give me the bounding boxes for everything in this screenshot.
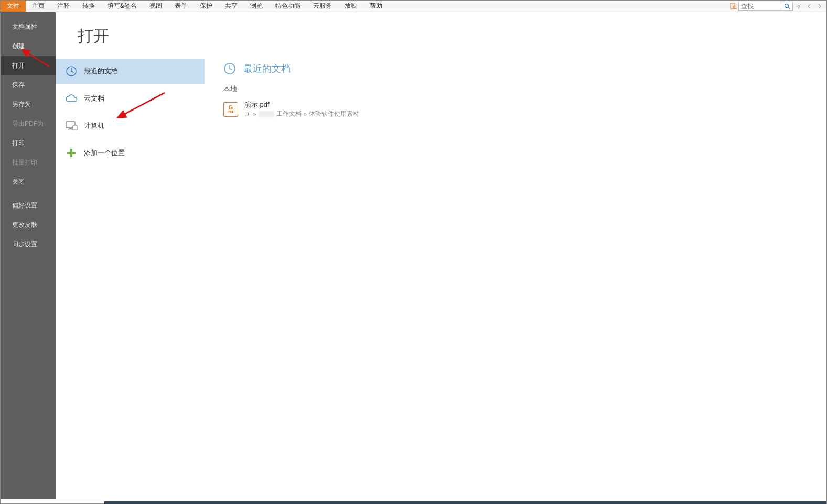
sidebar-item-doc-props[interactable]: 文档属性	[1, 17, 56, 37]
file-sidebar: 文档属性 创建 打开 保存 另存为 导出PDF为 打印 批量打印 关闭 偏好设置…	[1, 12, 56, 499]
menu-protect[interactable]: 保护	[194, 1, 219, 12]
menu-share[interactable]: 共享	[219, 1, 244, 12]
main-area: 文档属性 创建 打开 保存 另存为 导出PDF为 打印 批量打印 关闭 偏好设置…	[1, 12, 826, 499]
sidebar-item-create[interactable]: 创建	[1, 37, 56, 56]
content-header: 最近的文档	[223, 62, 826, 75]
pdf-file-icon: G PDF	[223, 102, 238, 117]
menu-play[interactable]: 放映	[338, 1, 363, 12]
source-cloud[interactable]: 云文档	[56, 86, 205, 111]
sidebar-item-preferences[interactable]: 偏好设置	[1, 196, 56, 215]
nav-prev-icon[interactable]	[804, 2, 814, 11]
sidebar-item-export-pdf[interactable]: 导出PDF为	[1, 114, 56, 134]
svg-point-3	[785, 4, 788, 7]
source-list: 最近的文档 云文档 计算机	[56, 59, 208, 168]
file-path: D: » 工作文档 » 体验软件使用素材	[244, 109, 359, 118]
menu-fill-sign[interactable]: 填写&签名	[101, 1, 143, 12]
file-name: 演示.pdf	[244, 100, 359, 109]
find-page-icon[interactable]	[729, 2, 738, 11]
svg-rect-12	[67, 152, 76, 154]
source-add-location[interactable]: 添加一个位置	[56, 140, 205, 166]
svg-rect-9	[68, 129, 73, 129]
menu-view[interactable]: 视图	[143, 1, 168, 12]
file-info: 演示.pdf D: » 工作文档 » 体验软件使用素材	[244, 100, 359, 118]
svg-rect-8	[69, 128, 72, 129]
content-title: 最近的文档	[243, 62, 291, 75]
app-window: 文件 主页 注释 转换 填写&签名 视图 表单 保护 共享 浏览 特色功能 云服…	[0, 0, 827, 504]
menu-form[interactable]: 表单	[168, 1, 194, 12]
sidebar-item-open[interactable]: 打开	[1, 56, 56, 75]
menu-annotate[interactable]: 注释	[51, 1, 76, 12]
clock-icon	[65, 65, 78, 78]
svg-line-4	[788, 7, 790, 9]
computer-icon	[65, 119, 78, 132]
sidebar-item-close[interactable]: 关闭	[1, 172, 56, 192]
cloud-icon	[65, 92, 78, 105]
redacted-segment	[259, 111, 274, 117]
source-recent[interactable]: 最近的文档	[56, 59, 205, 84]
menu-right-tools	[728, 1, 826, 12]
menu-file[interactable]: 文件	[1, 1, 26, 12]
menu-convert[interactable]: 转换	[76, 1, 101, 12]
recent-file-row[interactable]: G PDF 演示.pdf D: » 工作文档 » 体验软件使用素材	[223, 98, 826, 120]
svg-point-5	[798, 5, 800, 7]
source-label: 最近的文档	[84, 67, 118, 76]
search-input[interactable]	[739, 3, 781, 10]
settings-gear-icon[interactable]	[794, 2, 803, 11]
source-computer[interactable]: 计算机	[56, 113, 205, 138]
status-bar	[1, 499, 826, 503]
menu-bar: 文件 主页 注释 转换 填写&签名 视图 表单 保护 共享 浏览 特色功能 云服…	[1, 1, 826, 12]
nav-next-icon[interactable]	[815, 2, 824, 11]
location-label: 本地	[223, 84, 826, 94]
menu-features[interactable]: 特色功能	[269, 1, 307, 12]
menu-browse[interactable]: 浏览	[244, 1, 269, 12]
open-sources-panel: 打开 最近的文档 云文档	[56, 12, 208, 499]
source-label: 云文档	[84, 94, 104, 103]
open-content-area: 最近的文档 本地 G PDF 演示.pdf D: » 工作文档	[208, 12, 826, 499]
sidebar-item-print[interactable]: 打印	[1, 134, 56, 153]
sidebar-item-change-skin[interactable]: 更改皮肤	[1, 215, 56, 235]
sidebar-item-sync-settings[interactable]: 同步设置	[1, 235, 56, 254]
menu-help[interactable]: 帮助	[363, 1, 389, 12]
sidebar-item-save-as[interactable]: 另存为	[1, 95, 56, 114]
page-title: 打开	[56, 19, 208, 59]
svg-line-2	[736, 8, 737, 9]
clock-icon	[223, 62, 236, 75]
source-label: 计算机	[84, 121, 104, 130]
menu-cloud[interactable]: 云服务	[307, 1, 338, 12]
search-box	[738, 2, 793, 11]
sidebar-item-save[interactable]: 保存	[1, 75, 56, 95]
svg-rect-10	[73, 125, 77, 130]
menu-home[interactable]: 主页	[26, 1, 51, 12]
search-button[interactable]	[781, 2, 792, 11]
sidebar-item-batch-print[interactable]: 批量打印	[1, 153, 56, 172]
source-label: 添加一个位置	[84, 148, 125, 158]
plus-icon	[65, 147, 78, 159]
